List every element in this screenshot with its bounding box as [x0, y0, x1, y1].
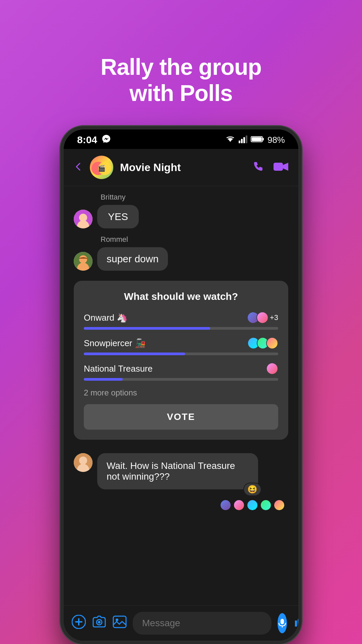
status-time: 8:04: [77, 134, 97, 146]
signal-icon: [239, 135, 247, 145]
poll-voters-onward: +3: [247, 312, 278, 324]
image-button[interactable]: [113, 615, 127, 631]
svg-rect-23: [78, 618, 79, 626]
svg-point-16: [79, 255, 87, 263]
bottom-bar: [64, 605, 298, 641]
group-name: Movie Night: [120, 161, 245, 174]
avatar-brittany: [74, 210, 93, 228]
seen-avatar-5: [274, 499, 285, 511]
svg-marker-0: [228, 139, 233, 142]
seen-avatar-3: [247, 499, 258, 511]
svg-point-27: [116, 619, 118, 621]
mic-button[interactable]: [278, 613, 287, 633]
call-button[interactable]: [252, 160, 265, 175]
poll-label-snowpiercer: Snowpiercer 🚂: [84, 338, 145, 348]
page-title: Rally the group with Polls: [101, 54, 261, 106]
avatar-nat: [74, 453, 93, 472]
status-bar: 8:04: [64, 129, 298, 149]
message-group-nat: Wait. How is National Treasure not winni…: [74, 453, 288, 489]
voter-count-onward: +3: [270, 313, 278, 322]
poll-bar-bg-national: [84, 378, 278, 381]
svg-point-19: [79, 457, 87, 465]
vote-button[interactable]: VOTE: [84, 404, 278, 430]
group-avatar: 🎬: [90, 156, 113, 179]
battery-percent: 98%: [267, 135, 285, 145]
nat-message-text: Wait. How is National Treasure not winni…: [107, 461, 235, 482]
message-row-rommel: super down: [74, 247, 288, 271]
message-bubble-yes: YES: [97, 205, 139, 228]
header-actions: [252, 160, 288, 175]
svg-rect-11: [274, 163, 283, 171]
thumb-button[interactable]: [293, 614, 298, 633]
seen-avatar-2: [233, 499, 245, 511]
battery-icon: [251, 136, 264, 144]
poll-question: What should we watch?: [84, 291, 278, 302]
sender-name-rommel: Rommel: [101, 235, 288, 244]
sender-name-brittany: Brittany: [101, 193, 288, 202]
chat-header: 🎬 Movie Night: [64, 149, 298, 186]
poll-bar-fill-onward: [84, 327, 210, 330]
svg-rect-3: [243, 137, 245, 143]
svg-rect-4: [246, 136, 247, 143]
svg-rect-26: [113, 616, 126, 628]
poll-card: What should we watch? Onward 🦄 +3: [74, 281, 288, 440]
poll-label-national: National Treasure: [84, 364, 153, 374]
message-group-rommel: Rommel super down: [74, 235, 288, 271]
svg-rect-6: [262, 138, 264, 141]
poll-option-national: National Treasure: [84, 363, 278, 381]
message-input[interactable]: [133, 612, 272, 635]
poll-voters-snowpiercer: [247, 337, 278, 349]
wifi-icon: [225, 135, 235, 145]
poll-bar-bg-onward: [84, 327, 278, 330]
poll-bar-fill-national: [84, 378, 123, 381]
reaction-badge: 😆: [243, 483, 261, 496]
voter-avatar-5: [266, 337, 278, 349]
avatar-rommel: [74, 252, 93, 271]
poll-label-onward: Onward 🦄: [84, 313, 127, 323]
poll-voters-national: [266, 363, 278, 375]
svg-rect-1: [239, 141, 240, 143]
svg-rect-28: [281, 619, 284, 624]
nat-message-bubble: Wait. How is National Treasure not winni…: [97, 453, 258, 489]
video-button[interactable]: [274, 161, 288, 174]
message-row-brittany: YES: [74, 205, 288, 228]
svg-rect-2: [241, 139, 243, 143]
poll-option-onward: Onward 🦄 +3: [84, 312, 278, 330]
back-button[interactable]: [74, 160, 83, 174]
seen-avatar-4: [260, 499, 272, 511]
poll-option-snowpiercer: Snowpiercer 🚂: [84, 337, 278, 355]
phone-device: 8:04: [60, 126, 302, 644]
camera-button[interactable]: [92, 615, 107, 631]
poll-bar-bg-snowpiercer: [84, 353, 278, 355]
more-options: 2 more options: [84, 388, 278, 397]
seen-avatar-1: [220, 499, 231, 511]
phone-frame: 8:04: [60, 126, 302, 644]
phone-screen: 8:04: [64, 129, 298, 641]
chat-area: Brittany YES Rommel: [64, 186, 298, 605]
voter-avatar-2: [256, 312, 268, 324]
poll-bar-fill-snowpiercer: [84, 353, 185, 355]
svg-text:🎬: 🎬: [98, 165, 106, 172]
svg-rect-7: [252, 137, 262, 141]
voter-avatar-6: [266, 363, 278, 375]
seen-row: [74, 499, 288, 511]
add-button[interactable]: [72, 615, 86, 632]
svg-point-25: [98, 621, 101, 624]
message-group-brittany: Brittany YES: [74, 193, 288, 228]
messenger-icon: [102, 135, 111, 145]
message-bubble-superdown: super down: [97, 247, 168, 271]
